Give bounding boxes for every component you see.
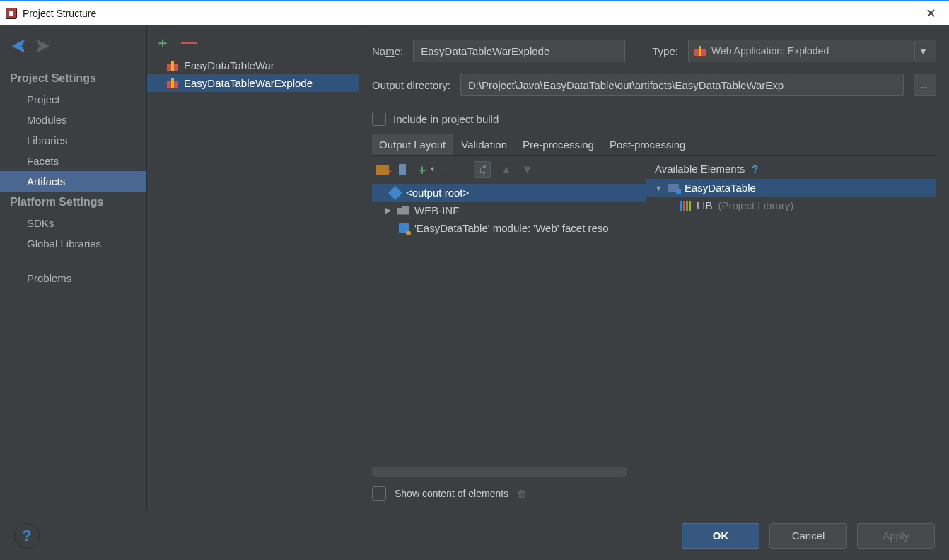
move-up-icon[interactable]: ▲ — [501, 163, 512, 176]
nav-forward-icon[interactable]: ⮞ — [35, 38, 51, 57]
new-archive-icon[interactable] — [399, 164, 406, 175]
library-icon — [680, 201, 691, 211]
artifact-type-value: Web Application: Exploded — [711, 45, 829, 57]
artifact-detail-panel: Name: Type: Web Application: Exploded ▼ … — [359, 25, 949, 511]
output-root-row[interactable]: <output root> — [372, 184, 646, 202]
move-down-icon[interactable]: ▼ — [522, 163, 533, 176]
available-elements-panel: Available Elements ? ▼ EasyDataTable LIB… — [646, 156, 936, 479]
artifact-item[interactable]: EasyDataTableWar — [147, 57, 359, 74]
tab-pre-processing[interactable]: Pre-processing — [516, 134, 601, 155]
horizontal-scrollbar[interactable] — [372, 467, 627, 477]
available-project-row[interactable]: ▼ EasyDataTable — [646, 179, 936, 197]
output-root-icon — [388, 186, 402, 200]
show-content-checkbox[interactable] — [372, 486, 386, 501]
window-close-button[interactable]: ✕ — [919, 6, 943, 21]
window-title: Project Structure — [23, 8, 96, 19]
tab-output-layout[interactable]: Output Layout — [372, 134, 453, 155]
folder-icon — [397, 206, 409, 215]
title-bar: Project Structure ✕ — [0, 0, 949, 25]
sidebar-item-problems[interactable]: Problems — [0, 268, 146, 288]
include-in-build-label: Include in project build — [393, 113, 499, 125]
chevron-down-icon: ▼ — [914, 42, 931, 59]
available-project-label: EasyDataTable — [685, 182, 756, 194]
output-layout-panel: ＋▼ — ↓az ▲ ▼ <output root> ▶ — [372, 156, 646, 479]
collapse-icon[interactable]: ▼ — [655, 184, 662, 192]
web-facet-icon — [399, 223, 409, 233]
nav-back-icon[interactable]: ⮜ — [11, 38, 27, 57]
artifact-label: EasyDataTableWar — [184, 59, 274, 71]
output-tabs: Output Layout Validation Pre-processing … — [372, 134, 936, 156]
remove-artifact-icon[interactable]: — — [181, 33, 197, 52]
type-label: Type: — [652, 45, 678, 57]
name-label: Name: — [372, 45, 403, 57]
sidebar-item-global-libraries[interactable]: Global Libraries — [0, 233, 146, 254]
section-title-project-settings: Project Settings — [0, 68, 146, 89]
artifact-icon — [167, 61, 178, 71]
artifact-label: EasyDataTableWarExplode — [184, 77, 313, 89]
project-icon — [668, 184, 679, 192]
tree-row-label: 'EasyDataTable' module: 'Web' facet reso — [414, 222, 609, 234]
sidebar-item-artifacts[interactable]: Artifacts — [0, 171, 146, 192]
expand-icon[interactable]: ▶ — [385, 206, 392, 215]
artifact-name-input[interactable] — [413, 40, 625, 62]
artifact-icon — [167, 78, 178, 88]
browse-directory-button[interactable]: … — [914, 74, 936, 96]
app-icon — [6, 8, 17, 19]
output-root-label: <output root> — [406, 187, 469, 199]
ok-button[interactable]: OK — [682, 523, 759, 549]
add-element-icon[interactable]: ＋▼ — [416, 161, 429, 178]
add-artifact-icon[interactable]: ＋ — [156, 33, 170, 52]
output-tree-row[interactable]: ▶ WEB-INF — [372, 202, 646, 219]
output-dir-label: Output directory: — [372, 79, 450, 91]
artifact-type-icon — [694, 46, 706, 56]
chevron-down-icon: ▼ — [429, 165, 436, 173]
output-directory-input[interactable] — [460, 74, 904, 96]
cancel-button[interactable]: Cancel — [769, 523, 847, 549]
sidebar-item-facets[interactable]: Facets — [0, 151, 146, 171]
library-note: (Project Library) — [718, 199, 794, 211]
include-in-build-checkbox[interactable] — [372, 112, 386, 126]
output-tree-row[interactable]: 'EasyDataTable' module: 'Web' facet reso — [372, 219, 646, 237]
show-content-label: Show content of elements — [395, 488, 508, 499]
dialog-button-bar: ? OK Cancel Apply — [0, 511, 949, 560]
available-library-row[interactable]: LIB (Project Library) — [646, 197, 936, 214]
section-title-platform-settings: Platform Settings — [0, 192, 146, 213]
artifact-type-dropdown[interactable]: Web Application: Exploded ▼ — [688, 40, 936, 62]
sidebar-item-modules[interactable]: Modules — [0, 110, 146, 130]
sidebar-item-project[interactable]: Project — [0, 89, 146, 110]
trash-icon[interactable]: 🗑 — [517, 489, 526, 499]
artifact-list-panel: ＋ — EasyDataTableWar EasyDataTableWarExp… — [147, 25, 359, 511]
apply-button[interactable]: Apply — [857, 523, 935, 549]
sidebar-item-libraries[interactable]: Libraries — [0, 130, 146, 151]
sidebar-item-sdks[interactable]: SDKs — [0, 213, 146, 233]
navigation-sidebar: ⮜ ⮞ Project Settings Project Modules Lib… — [0, 25, 147, 511]
library-label: LIB — [697, 199, 713, 211]
artifact-item[interactable]: EasyDataTableWarExplode — [147, 74, 359, 92]
tree-row-label: WEB-INF — [414, 204, 459, 216]
tab-validation[interactable]: Validation — [454, 134, 514, 155]
help-button[interactable]: ? — [14, 523, 40, 549]
help-icon[interactable]: ? — [752, 163, 758, 175]
tab-post-processing[interactable]: Post-processing — [602, 134, 693, 155]
sort-alpha-icon[interactable]: ↓az — [474, 161, 491, 178]
remove-element-icon[interactable]: — — [438, 163, 450, 176]
new-folder-icon[interactable] — [376, 165, 389, 175]
available-elements-label: Available Elements — [655, 163, 745, 175]
